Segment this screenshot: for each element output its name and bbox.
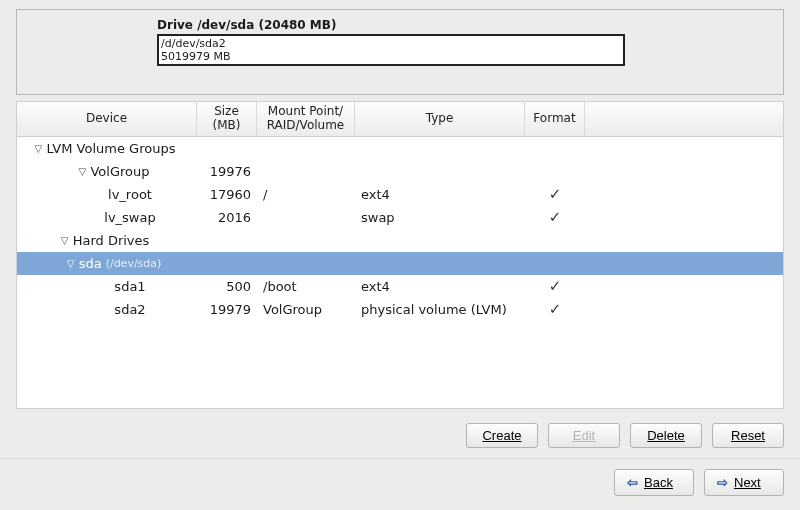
reset-button[interactable]: Reset <box>712 423 784 448</box>
row-sda[interactable]: ▽sda(/dev/sda) <box>17 252 783 275</box>
group-hard-drives[interactable]: ▽Hard Drives <box>17 229 783 252</box>
col-spacer <box>585 102 783 136</box>
drive-summary-panel: Drive /dev/sda (20480 MB) /d/dev/sda2 50… <box>16 9 784 95</box>
device-path: (/dev/sda) <box>106 257 162 270</box>
arrow-left-icon: ⇦ <box>627 475 638 490</box>
row-volgroup[interactable]: ▽VolGroup 19976 <box>17 160 783 183</box>
check-icon: ✓ <box>549 300 562 318</box>
arrow-right-icon: ⇨ <box>717 475 728 490</box>
table-header: Device Size(MB) Mount Point/RAID/Volume … <box>17 102 783 137</box>
edit-button: Edit <box>548 423 620 448</box>
row-lv-root[interactable]: lv_root 17960 / ext4 ✓ <box>17 183 783 206</box>
drive-line-1: /d/dev/sda2 <box>161 37 621 50</box>
col-size[interactable]: Size(MB) <box>197 102 257 136</box>
drive-partition-box: /d/dev/sda2 5019979 MB <box>157 34 625 66</box>
row-sda1[interactable]: sda1 500 /boot ext4 ✓ <box>17 275 783 298</box>
create-button[interactable]: Create <box>466 423 538 448</box>
expander-icon[interactable]: ▽ <box>61 235 71 246</box>
col-device[interactable]: Device <box>17 102 197 136</box>
expander-icon[interactable]: ▽ <box>78 166 88 177</box>
col-type[interactable]: Type <box>355 102 525 136</box>
drive-line-2: 5019979 MB <box>161 50 621 63</box>
table-body: ▽LVM Volume Groups ▽VolGroup 19976 lv_ro… <box>17 137 783 408</box>
drive-title: Drive /dev/sda (20480 MB) <box>157 18 771 32</box>
expander-icon[interactable]: ▽ <box>67 258 77 269</box>
group-lvm[interactable]: ▽LVM Volume Groups <box>17 137 783 160</box>
expander-icon[interactable]: ▽ <box>35 143 45 154</box>
col-mount[interactable]: Mount Point/RAID/Volume <box>257 102 355 136</box>
check-icon: ✓ <box>549 185 562 203</box>
check-icon: ✓ <box>549 208 562 226</box>
partition-actions: Create Edit Delete Reset <box>0 417 800 458</box>
check-icon: ✓ <box>549 277 562 295</box>
next-button[interactable]: ⇨Next <box>704 469 784 496</box>
row-lv-swap[interactable]: lv_swap 2016 swap ✓ <box>17 206 783 229</box>
back-button[interactable]: ⇦Back <box>614 469 694 496</box>
partition-table: Device Size(MB) Mount Point/RAID/Volume … <box>16 101 784 409</box>
delete-button[interactable]: Delete <box>630 423 702 448</box>
wizard-nav: ⇦Back ⇨Next <box>0 458 800 510</box>
col-format[interactable]: Format <box>525 102 585 136</box>
row-sda2[interactable]: sda2 19979 VolGroup physical volume (LVM… <box>17 298 783 321</box>
